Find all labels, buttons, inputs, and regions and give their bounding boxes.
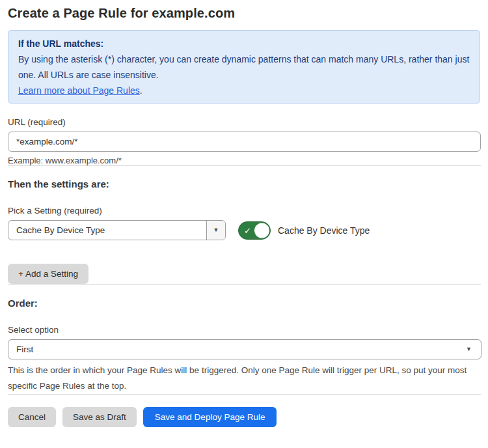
check-icon: ✓ <box>244 225 251 235</box>
url-example-helper: Example: www.example.com/* <box>8 156 481 165</box>
url-match-info-box: If the URL matches: By using the asteris… <box>8 30 480 104</box>
cache-device-toggle[interactable]: ✓ <box>238 221 271 240</box>
toggle-label: Cache By Device Type <box>278 225 370 236</box>
url-input[interactable] <box>8 132 481 152</box>
chevron-down-icon: ▼ <box>213 227 219 233</box>
divider <box>8 165 481 166</box>
link-suffix: . <box>140 85 142 96</box>
info-box-link-line: Learn more about Page Rules. <box>18 83 470 98</box>
order-select-value: First <box>8 344 33 354</box>
setting-row: Cache By Device Type ▼ ✓ Cache By Device… <box>8 220 481 240</box>
divider <box>8 284 481 285</box>
divider <box>8 394 481 395</box>
settings-section-heading: Then the settings are: <box>8 178 481 190</box>
setting-select-arrow-button[interactable]: ▼ <box>206 221 225 240</box>
save-deploy-button[interactable]: Save and Deploy Page Rule <box>143 407 277 427</box>
learn-more-link[interactable]: Learn more about Page Rules <box>18 85 140 96</box>
toggle-knob <box>254 223 269 238</box>
pick-setting-label: Pick a Setting (required) <box>8 206 481 216</box>
create-page-rule-form: Create a Page Rule for example.com If th… <box>0 0 488 427</box>
order-description: This is the order in which your Page Rul… <box>8 363 473 394</box>
info-box-heading: If the URL matches: <box>18 36 470 51</box>
add-setting-button[interactable]: + Add a Setting <box>8 264 88 284</box>
setting-select-value: Cache By Device Type <box>8 225 206 235</box>
cancel-button[interactable]: Cancel <box>8 407 56 427</box>
chevron-down-icon: ▼ <box>466 346 481 352</box>
info-box-body: By using the asterisk (*) character, you… <box>18 51 470 83</box>
page-title: Create a Page Rule for example.com <box>8 5 481 21</box>
order-section-heading: Order: <box>8 298 481 309</box>
setting-select[interactable]: Cache By Device Type ▼ <box>8 220 226 240</box>
order-select[interactable]: First ▼ <box>8 339 481 359</box>
url-label: URL (required) <box>8 117 481 127</box>
order-select-label: Select option <box>8 325 481 335</box>
save-draft-button[interactable]: Save as Draft <box>62 407 137 427</box>
footer-actions: Cancel Save as Draft Save and Deploy Pag… <box>8 407 481 427</box>
